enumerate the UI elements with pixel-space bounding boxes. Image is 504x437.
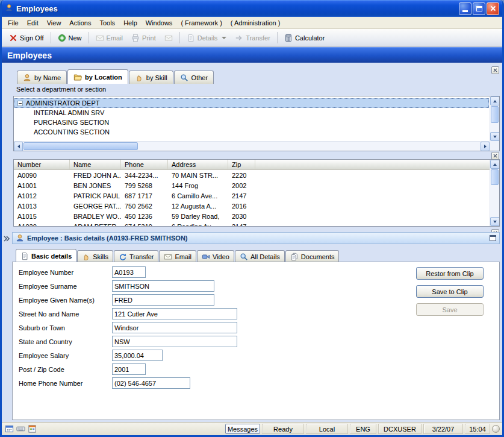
tab-all-details[interactable]: All Details <box>235 250 285 262</box>
scroll-down-button[interactable] <box>490 132 500 141</box>
scroll-up-button[interactable] <box>490 160 500 169</box>
tree-item-administrator-dept[interactable]: ADMINISTRATOR DEPT <box>14 98 489 108</box>
status-user: DCXUSER <box>378 424 422 434</box>
menu-tools[interactable]: Tools <box>95 17 119 28</box>
list-vertical-scrollbar[interactable] <box>490 160 499 226</box>
maximize-button[interactable] <box>473 2 485 15</box>
tab-transfer[interactable]: Transfer <box>114 250 159 262</box>
statusbar: Messages Ready Local ENG DCXUSER 3/22/07… <box>2 422 502 435</box>
mail-icon-button[interactable] <box>160 32 177 44</box>
cells-icon[interactable] <box>27 424 37 434</box>
maximize-panel-icon[interactable] <box>490 235 496 241</box>
minimize-button[interactable] <box>459 2 471 15</box>
status-ball-icon <box>492 425 500 433</box>
toolbar-separator <box>89 32 89 43</box>
column-header-phone[interactable]: Phone <box>121 160 168 169</box>
menu-framework[interactable]: ( Framework ) <box>176 17 226 28</box>
tree-item-internal-admin-srv[interactable]: INTERNAL ADMIN SRV <box>14 108 489 118</box>
home-phone-field[interactable] <box>112 377 190 389</box>
field-label: Employee Number <box>19 269 112 276</box>
surname-field[interactable] <box>112 280 214 292</box>
panel-icon[interactable] <box>4 424 14 434</box>
street-field[interactable] <box>112 308 237 319</box>
tree-item-purchasing-section[interactable]: PURCHASING SECTION <box>14 118 489 127</box>
refresh-icon <box>119 253 127 261</box>
field-label: Street No and Name <box>19 310 112 318</box>
table-row[interactable]: A1012 PATRICK PAUL 687 1717 6 Camillo Av… <box>14 190 499 201</box>
tab-skills[interactable]: Skills <box>77 250 113 262</box>
tree-vertical-scrollbar[interactable] <box>490 96 499 141</box>
tab-by-location[interactable]: by Location <box>67 69 128 84</box>
details-icon <box>187 34 195 42</box>
table-row[interactable]: A1013 GEORGE PAT... 750 2562 12 Augusta … <box>14 201 499 211</box>
tab-by-name[interactable]: by Name <box>17 71 67 84</box>
menu-actions[interactable]: Actions <box>65 17 95 28</box>
save-button[interactable]: Save <box>416 303 484 316</box>
new-button[interactable]: New <box>54 32 86 44</box>
tab-by-skill[interactable]: by Skill <box>129 71 173 84</box>
details-button[interactable]: Details <box>182 32 231 44</box>
search-icon <box>240 253 248 261</box>
column-header-zip[interactable]: Zip <box>228 160 255 169</box>
scroll-left-button[interactable] <box>14 142 23 151</box>
table-row[interactable]: A1015 BRADLEY WO... 450 1236 59 Darley R… <box>14 211 499 221</box>
keyboard-icon[interactable] <box>16 424 25 434</box>
table-row[interactable]: A1001 BEN JONES 799 5268 144 Frog 2002 <box>14 180 499 190</box>
sign-off-button[interactable]: Sign Off <box>5 32 48 44</box>
field-label: Post / Zip Code <box>19 366 112 373</box>
page-icon <box>20 252 29 260</box>
print-button[interactable]: Print <box>127 32 160 44</box>
tab-video[interactable]: Video <box>197 250 234 262</box>
transfer-button[interactable]: Transfer <box>231 32 275 44</box>
scroll-thumb[interactable] <box>491 106 499 123</box>
menu-help[interactable]: Help <box>119 17 142 28</box>
post-zip-field[interactable] <box>112 363 146 375</box>
tree-horizontal-scrollbar[interactable] <box>14 141 490 151</box>
table-row[interactable]: A1020 ADAM PETER 674 5319 6 Reading Av..… <box>14 221 499 227</box>
search-icon <box>180 74 188 82</box>
column-header-address[interactable]: Address <box>168 160 228 169</box>
tab-email[interactable]: Email <box>159 250 196 262</box>
menu-edit[interactable]: Edit <box>23 17 43 28</box>
restore-from-clip-button[interactable]: Restor from Clip <box>416 267 484 280</box>
state-country-field[interactable] <box>112 336 237 347</box>
salary-field[interactable] <box>112 350 163 361</box>
tab-basic-details[interactable]: Basic details <box>16 249 76 262</box>
suburb-field[interactable] <box>112 322 237 333</box>
mail-icon <box>164 34 173 42</box>
employee-details-panel: Employee : Basic details (A0193-FRED SMI… <box>12 232 500 420</box>
email-button[interactable]: Email <box>92 32 128 44</box>
app-icon[interactable] <box>5 4 13 13</box>
scroll-up-button[interactable] <box>490 96 500 105</box>
expand-chevron-icon[interactable] <box>3 234 11 244</box>
status-local: Local <box>306 424 348 434</box>
given-name-field[interactable] <box>112 294 214 306</box>
calculator-button[interactable]: Calculator <box>280 32 329 44</box>
menu-administration[interactable]: ( Administration ) <box>226 17 285 28</box>
menu-view[interactable]: View <box>43 17 66 28</box>
save-to-clip-button[interactable]: Save to Clip <box>416 285 484 298</box>
menu-file[interactable]: File <box>4 17 23 28</box>
close-search-panel-button[interactable] <box>491 66 499 74</box>
table-row[interactable]: A0090 FRED JOHN A... 344-2234... 70 MAIN… <box>14 170 499 180</box>
close-icon <box>490 5 496 11</box>
tree-item-accounting-section[interactable]: ACCOUNTING SECTION <box>14 127 489 137</box>
field-label: State and Country <box>19 338 112 345</box>
close-button[interactable] <box>487 2 499 15</box>
window-title: Employees <box>16 4 456 13</box>
scroll-thumb[interactable] <box>491 169 499 185</box>
collapse-expander-icon[interactable] <box>17 101 23 106</box>
tab-documents[interactable]: Documents <box>285 250 340 262</box>
messages-button[interactable]: Messages <box>225 424 260 434</box>
email-icon <box>164 253 172 261</box>
scroll-right-button[interactable] <box>481 142 490 151</box>
employee-number-field[interactable] <box>112 266 146 278</box>
tab-other[interactable]: Other <box>174 71 214 84</box>
column-header-number[interactable]: Number <box>14 160 70 169</box>
department-tree: ADMINISTRATOR DEPT INTERNAL ADMIN SRV PU… <box>13 96 500 151</box>
field-label: Home Phone Number <box>19 380 112 387</box>
scroll-thumb[interactable] <box>23 142 138 150</box>
column-header-name[interactable]: Name <box>70 160 121 169</box>
menu-windows[interactable]: Windows <box>142 17 177 28</box>
scroll-down-button[interactable] <box>490 217 500 226</box>
